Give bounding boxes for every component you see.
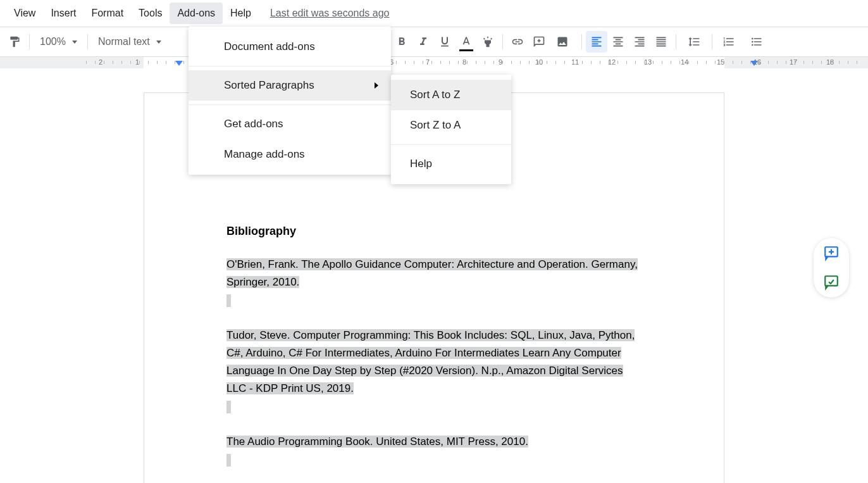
ruler-tick: 10 bbox=[535, 58, 543, 66]
ruler-small-tick bbox=[821, 61, 822, 64]
ruler-small-tick bbox=[600, 61, 600, 64]
ruler-tick: 16 bbox=[753, 58, 761, 66]
bulleted-list-button[interactable] bbox=[744, 31, 772, 53]
ruler-tick: 13 bbox=[644, 58, 652, 66]
ruler-small-tick bbox=[795, 61, 795, 64]
ruler-small-tick bbox=[697, 61, 698, 64]
ruler[interactable]: 21123456789101112131415161718 bbox=[61, 57, 807, 68]
ruler-small-tick bbox=[458, 61, 459, 64]
add-comment-button[interactable] bbox=[528, 31, 550, 53]
zoom-dropdown[interactable]: 100% bbox=[34, 31, 84, 53]
submenu-help[interactable]: Help bbox=[391, 149, 511, 179]
separator bbox=[676, 34, 676, 49]
separator bbox=[189, 104, 391, 105]
ruler-small-tick bbox=[741, 61, 742, 64]
ruler-small-tick bbox=[431, 61, 432, 64]
ruler-small-tick bbox=[502, 61, 503, 64]
ruler-small-tick bbox=[104, 61, 104, 64]
ruler-small-tick bbox=[467, 61, 468, 64]
menu-format[interactable]: Format bbox=[84, 3, 131, 24]
ruler-small-tick bbox=[493, 61, 494, 64]
line-spacing-icon bbox=[688, 35, 700, 48]
addons-item-sorted-paragraphs[interactable]: Sorted Paragraphs bbox=[189, 70, 391, 101]
bold-button[interactable] bbox=[391, 31, 412, 53]
ruler-small-tick bbox=[564, 61, 565, 64]
ruler-small-tick bbox=[86, 61, 87, 64]
numbered-list-icon bbox=[722, 35, 735, 48]
align-justify-icon bbox=[655, 35, 667, 48]
bulleted-list-icon bbox=[750, 35, 763, 48]
chevron-right-icon bbox=[375, 82, 378, 89]
ruler-small-tick bbox=[688, 61, 689, 64]
addons-dropdown: Document add-ons Sorted Paragraphs Get a… bbox=[189, 27, 391, 175]
ruler-small-tick bbox=[485, 61, 485, 64]
align-justify-button[interactable] bbox=[650, 31, 672, 53]
italic-button[interactable] bbox=[412, 31, 434, 53]
ruler-small-tick bbox=[555, 61, 556, 64]
ruler-tick: 7 bbox=[426, 58, 430, 66]
menu-help[interactable]: Help bbox=[223, 3, 259, 24]
menu-insert[interactable]: Insert bbox=[43, 3, 84, 24]
insert-link-button[interactable] bbox=[507, 31, 528, 53]
ruler-small-tick bbox=[476, 61, 476, 64]
align-center-icon bbox=[612, 35, 624, 48]
ruler-small-tick bbox=[626, 61, 627, 64]
text-color-button[interactable] bbox=[456, 31, 477, 53]
menu-addons[interactable]: Add-ons bbox=[170, 3, 223, 24]
zoom-value: 100% bbox=[40, 36, 66, 47]
submenu-sort-az[interactable]: Sort A to Z bbox=[391, 80, 511, 110]
ruler-small-tick bbox=[848, 61, 848, 64]
ruler-small-tick bbox=[830, 61, 831, 64]
highlight-icon bbox=[481, 35, 494, 48]
comment-plus-icon bbox=[823, 245, 840, 261]
paragraph-style-value: Normal text bbox=[98, 36, 150, 47]
ruler-small-tick bbox=[449, 61, 450, 64]
ruler-small-tick bbox=[414, 61, 414, 64]
menu-tools[interactable]: Tools bbox=[131, 3, 170, 24]
bibliography-entry: The Audio Programming Book. United State… bbox=[226, 433, 642, 468]
side-actions-panel bbox=[814, 238, 849, 298]
highlight-button[interactable] bbox=[477, 31, 499, 53]
suggest-edits-side-button[interactable] bbox=[822, 273, 840, 291]
ruler-tick: 8 bbox=[462, 58, 466, 66]
left-indent-marker[interactable] bbox=[175, 61, 183, 66]
underline-icon bbox=[438, 35, 451, 48]
underline-button[interactable] bbox=[434, 31, 456, 53]
ruler-small-tick bbox=[547, 61, 547, 64]
ruler-small-tick bbox=[662, 61, 662, 64]
paragraph-style-dropdown[interactable]: Normal text bbox=[92, 31, 180, 53]
ruler-small-tick bbox=[839, 61, 840, 64]
addons-item-manage-addons[interactable]: Manage add-ons bbox=[189, 139, 391, 170]
addons-item-get-addons[interactable]: Get add-ons bbox=[189, 109, 391, 139]
insert-image-button[interactable] bbox=[550, 31, 578, 53]
ruler-small-tick bbox=[95, 61, 96, 64]
menu-view[interactable]: View bbox=[6, 3, 43, 24]
ruler-small-tick bbox=[803, 61, 804, 64]
ruler-small-tick bbox=[724, 61, 724, 64]
ruler-small-tick bbox=[405, 61, 406, 64]
numbered-list-button[interactable] bbox=[716, 31, 744, 53]
separator bbox=[391, 144, 511, 145]
ruler-small-tick bbox=[733, 61, 733, 64]
ruler-small-tick bbox=[777, 61, 778, 64]
ruler-small-tick bbox=[750, 61, 751, 64]
align-center-button[interactable] bbox=[607, 31, 629, 53]
ruler-small-tick bbox=[582, 61, 583, 64]
addons-item-document-addons[interactable]: Document add-ons bbox=[189, 32, 391, 62]
ruler-small-tick bbox=[706, 61, 707, 64]
align-left-icon bbox=[590, 35, 603, 48]
align-right-button[interactable] bbox=[629, 31, 650, 53]
bold-icon bbox=[395, 35, 408, 48]
line-spacing-button[interactable] bbox=[680, 31, 708, 53]
last-edit-status[interactable]: Last edit was seconds ago bbox=[270, 8, 390, 19]
chevron-down-icon bbox=[72, 41, 77, 44]
ruler-small-tick bbox=[148, 61, 149, 64]
ruler-small-tick bbox=[529, 61, 530, 64]
paint-format-button[interactable] bbox=[4, 31, 25, 53]
align-right-icon bbox=[633, 35, 646, 48]
align-left-button[interactable] bbox=[586, 31, 607, 53]
submenu-sort-za[interactable]: Sort Z to A bbox=[391, 110, 511, 141]
ruler-small-tick bbox=[113, 61, 113, 64]
ruler-tick: 17 bbox=[790, 58, 797, 66]
add-comment-side-button[interactable] bbox=[822, 244, 840, 262]
